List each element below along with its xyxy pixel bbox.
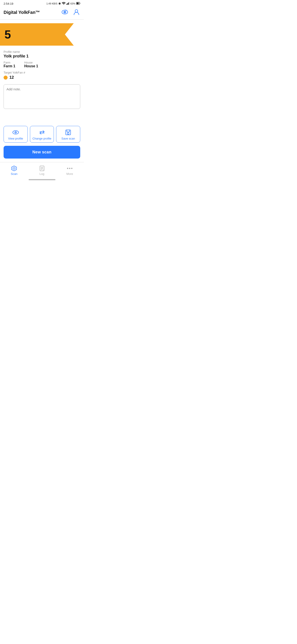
nav-scan[interactable]: Scan <box>11 166 17 176</box>
home-indicator <box>0 177 84 181</box>
svg-rect-3 <box>69 2 69 5</box>
svg-rect-2 <box>68 2 69 5</box>
target-number: 12 <box>9 75 14 80</box>
change-profile-icon <box>39 129 45 136</box>
app-title: Digital YolkFan™ <box>3 10 40 15</box>
save-scan-icon <box>65 129 71 136</box>
bottom-nav: Scan Log More <box>0 162 84 177</box>
svg-point-10 <box>75 10 78 12</box>
farm-value: Farm 1 <box>3 64 15 68</box>
eye-scan-button[interactable] <box>60 8 69 16</box>
svg-point-18 <box>67 132 69 134</box>
wifi-icon <box>62 2 65 5</box>
target-value-row: 12 <box>3 75 80 80</box>
more-nav-label: More <box>66 172 73 176</box>
house-label: House <box>24 61 38 64</box>
house-value: House 1 <box>24 64 38 68</box>
svg-point-27 <box>69 168 70 169</box>
banner-ribbon: 5 <box>0 23 74 46</box>
profile-section: Profile name Yolk profile 1 Farm Farm 1 … <box>0 46 84 82</box>
svg-rect-5 <box>80 3 80 4</box>
status-icons: 1.49 KB/S ✱ 63% <box>46 2 80 5</box>
svg-point-28 <box>71 168 72 169</box>
change-profile-label: Change profile <box>32 137 51 140</box>
farm-label: Farm <box>3 61 15 64</box>
farm-house-row: Farm Farm 1 House House 1 <box>3 61 80 68</box>
more-nav-icon <box>67 166 73 171</box>
nav-log[interactable]: Log <box>39 166 45 176</box>
svg-point-21 <box>14 168 14 169</box>
home-bar <box>29 179 55 180</box>
svg-rect-0 <box>66 4 67 5</box>
svg-point-13 <box>15 132 16 133</box>
svg-rect-1 <box>67 3 68 5</box>
note-section <box>0 82 84 113</box>
view-profile-label: View profile <box>8 137 23 140</box>
signal-icon <box>66 2 69 5</box>
time-display: 2:54:19 <box>3 2 13 5</box>
profile-button[interactable] <box>73 8 80 17</box>
svg-point-9 <box>64 12 65 12</box>
target-yolkfan-label: Target YolkFan # <box>3 71 80 74</box>
speed-display: 1.49 KB/S <box>46 2 57 5</box>
house-item: House House 1 <box>24 61 38 68</box>
header-icons <box>60 8 80 17</box>
score-banner: 5 <box>0 23 84 46</box>
log-nav-icon <box>39 166 45 171</box>
note-input[interactable] <box>3 84 80 109</box>
save-scan-button[interactable]: Save scan <box>56 126 80 143</box>
action-buttons-row: View profile Change profile Save scan <box>0 124 84 143</box>
battery-display: 63% <box>70 2 75 5</box>
scan-nav-label: Scan <box>11 172 17 176</box>
scan-nav-icon <box>11 166 17 171</box>
status-bar: 2:54:19 1.49 KB/S ✱ 63% <box>0 0 84 6</box>
svg-rect-6 <box>77 2 79 4</box>
new-scan-label: New scan <box>32 150 51 154</box>
target-dot-indicator <box>3 76 7 80</box>
farm-item: Farm Farm 1 <box>3 61 15 68</box>
log-nav-label: Log <box>39 172 44 176</box>
profile-name-label: Profile name <box>3 50 80 54</box>
new-scan-button[interactable]: New scan <box>3 146 80 158</box>
save-scan-label: Save scan <box>61 137 75 140</box>
bluetooth-icon: ✱ <box>58 2 61 5</box>
view-profile-button[interactable]: View profile <box>3 126 28 143</box>
app-header: Digital YolkFan™ <box>0 6 84 20</box>
score-number: 5 <box>4 28 11 41</box>
view-profile-icon <box>12 129 19 136</box>
battery-icon <box>76 2 80 5</box>
svg-point-26 <box>67 168 68 169</box>
change-profile-button[interactable]: Change profile <box>30 126 54 143</box>
svg-rect-17 <box>67 130 69 132</box>
profile-name-value: Yolk profile 1 <box>3 54 80 58</box>
nav-more[interactable]: More <box>66 166 73 176</box>
